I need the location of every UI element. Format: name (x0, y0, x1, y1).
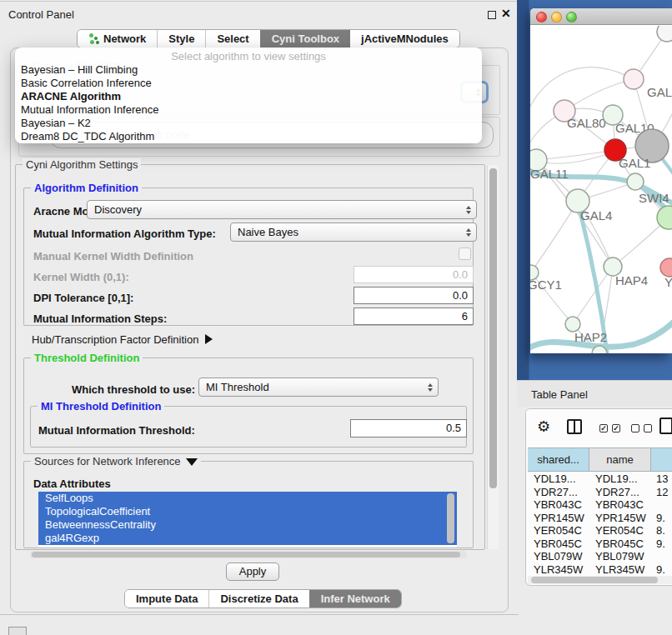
tab-label: Style (168, 32, 194, 45)
list-scrollbar[interactable] (447, 493, 454, 543)
table-header: shared... name (528, 448, 672, 472)
menu-item[interactable]: Dream8 DC_TDC Algorithm (15, 130, 482, 143)
menu-item[interactable]: Bayesian – Hill Climbing (15, 63, 482, 77)
unchecked-checkbox-icon[interactable] (631, 424, 639, 432)
sources-title-text: Sources for Network Inference (34, 455, 181, 468)
tab-style[interactable]: Style (157, 30, 205, 48)
column-header-name[interactable]: name (589, 448, 651, 471)
collapsed-panel-stub[interactable] (8, 627, 27, 635)
horizontal-scrollbar[interactable] (30, 551, 467, 558)
scrollbar-thumb[interactable] (489, 168, 497, 488)
zoom-traffic-light-icon[interactable] (566, 12, 577, 22)
table-cell: YBR043C (589, 498, 651, 512)
network-node-label: GAL11 (530, 167, 569, 181)
mi-type-combo[interactable]: Naive Bayes (230, 222, 477, 242)
menu-item[interactable]: Mutual Information Inference (15, 103, 482, 117)
network-canvas[interactable]: GALGAL80GAL10GAL1GAL11SWI4GAL4GCY1HAP4YH… (530, 26, 672, 353)
split-view-icon[interactable] (567, 419, 582, 434)
tab-label: Impute Data (136, 592, 198, 605)
table-row[interactable]: YBR043C YBR043C (528, 498, 672, 512)
menu-item[interactable]: Bayesian – K2 (15, 117, 482, 130)
manual-kernel-label: Manual Kernel Width Definition (33, 250, 193, 262)
manual-kernel-checkbox[interactable] (459, 248, 471, 260)
aracne-mode-value: Discovery (94, 203, 142, 216)
document-icon[interactable] (659, 418, 672, 434)
column-header-shared[interactable]: shared... (528, 448, 589, 471)
kernel-width-field[interactable]: 0.0 (354, 266, 474, 283)
combo-arrows-icon (466, 228, 471, 237)
gear-icon[interactable]: ⚙ (537, 418, 550, 435)
table-row[interactable]: YDR27... YDR27... 12 (528, 486, 672, 499)
float-window-icon[interactable] (488, 11, 496, 19)
list-item[interactable]: gal4RGexp (38, 532, 457, 545)
mi-threshold-label: Mutual Information Threshold: (38, 424, 195, 437)
tab-impute-data[interactable]: Impute Data (125, 590, 208, 608)
scrollbar-thumb[interactable] (32, 552, 460, 558)
table-panel-card: ⚙ ✓ ✓ shared... name YDL19... YDL19... 1… (525, 408, 672, 586)
dropdown-items: Bayesian – Hill ClimbingBasic Correlatio… (15, 63, 482, 143)
tab-label: Cyni Toolbox (272, 32, 339, 45)
hub-definition-label: Hub/Transcription Factor Definition (32, 333, 198, 346)
table-row[interactable]: YBL079W YBL079W (528, 550, 672, 563)
mi-steps-field[interactable]: 6 (354, 308, 474, 325)
table-row[interactable]: YLR345W YLR345W 9. (528, 563, 672, 577)
tab-network[interactable]: Network (78, 30, 157, 48)
column-header-3[interactable] (651, 448, 672, 471)
dpi-tolerance-field[interactable]: 0.0 (354, 287, 474, 304)
network-edge[interactable] (531, 201, 578, 272)
close-icon[interactable]: ✕ (501, 7, 511, 20)
list-item[interactable]: BetweennessCentrality (38, 518, 457, 532)
tab-select[interactable]: Select (205, 30, 259, 48)
sources-group-title: Sources for Network Inference (31, 455, 201, 468)
scrollbar-thumb[interactable] (531, 577, 658, 583)
network-node[interactable] (660, 258, 672, 277)
table-panel-titlebar: Table Panel (517, 380, 672, 407)
close-traffic-light-icon[interactable] (536, 12, 547, 22)
menu-item[interactable]: Basic Correlation Inference (15, 77, 482, 90)
table-row[interactable]: YER054C YER054C 8. (528, 524, 672, 538)
table-cell: YDR27... (589, 486, 651, 499)
table-row[interactable]: YBR045C YBR045C 9. (528, 538, 672, 551)
tab-label: jActiveMNodules (361, 32, 449, 45)
network-node[interactable] (624, 69, 644, 89)
unchecked-checkbox-icon[interactable] (644, 424, 652, 432)
table-row[interactable]: YDL19... YDL19... 13 (528, 472, 672, 486)
chevron-down-icon[interactable] (186, 458, 198, 466)
menu-item[interactable]: ARACNE Algorithm (15, 90, 482, 103)
apply-button[interactable]: Apply (226, 562, 279, 581)
column-label: shared... (537, 453, 579, 466)
network-node-label: SWI4 (639, 191, 669, 205)
which-threshold-label: Which threshold to use: (72, 383, 195, 396)
hub-definition-toggle[interactable]: Hub/Transcription Factor Definition (32, 333, 213, 346)
tab-jactivemnodules[interactable]: jActiveMNodules (350, 30, 459, 48)
tab-discretize-data[interactable]: Discretize Data (208, 590, 308, 608)
tab-infer-network[interactable]: Infer Network (309, 590, 401, 608)
table-horizontal-scrollbar[interactable] (528, 576, 672, 584)
table-cell (651, 550, 672, 563)
tab-label: Network (103, 32, 146, 45)
minimize-traffic-light-icon[interactable] (551, 12, 562, 22)
network-node-label: HAP4 (615, 273, 648, 288)
tab-cyni-toolbox[interactable]: Cyni Toolbox (260, 30, 350, 48)
cyni-bottom-tabbar: Impute Data Discretize Data Infer Networ… (124, 589, 402, 608)
checked-checkbox-icon[interactable]: ✓ (599, 424, 608, 432)
table-cell: YER054C (528, 524, 589, 538)
network-window-titlebar[interactable] (530, 8, 672, 25)
table-cell: YBL079W (528, 550, 589, 563)
network-window[interactable]: GALGAL80GAL10GAL1GAL11SWI4GAL4GCY1HAP4YH… (530, 8, 672, 353)
data-attributes-list: SelfLoopsTopologicalCoefficientBetweenne… (38, 492, 457, 548)
which-threshold-combo[interactable]: MI Threshold (198, 378, 439, 397)
list-item[interactable]: SelfLoops (38, 492, 457, 505)
checked-checkbox-icon[interactable]: ✓ (612, 424, 620, 432)
table-row[interactable]: YPR145W YPR145W 9. (528, 512, 672, 525)
aracne-mode-combo[interactable]: Discovery (87, 200, 477, 219)
settings-vertical-scrollbar[interactable] (487, 165, 499, 549)
network-node[interactable] (627, 173, 644, 190)
mi-type-label: Mutual Information Algorithm Type: (33, 228, 216, 240)
mi-threshold-field[interactable]: 0.5 (350, 419, 467, 438)
table-cell: 9. (651, 512, 672, 525)
kernel-width-label: Kernel Width (0,1): (33, 271, 129, 283)
algorithm-definition-title: Algorithm Definition (31, 182, 142, 194)
network-node[interactable] (657, 26, 672, 42)
list-item[interactable]: TopologicalCoefficient (38, 505, 457, 518)
